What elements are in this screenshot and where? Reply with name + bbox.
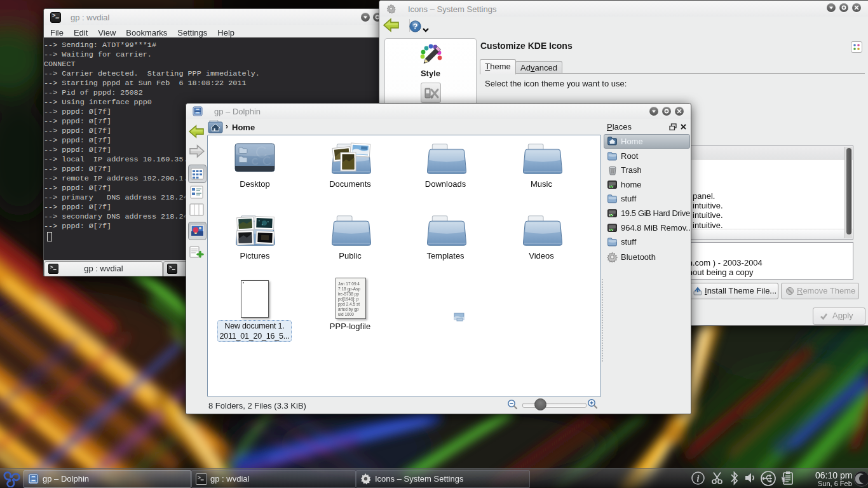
- svg-text:i: i: [697, 474, 700, 484]
- svg-text:?: ?: [413, 22, 418, 31]
